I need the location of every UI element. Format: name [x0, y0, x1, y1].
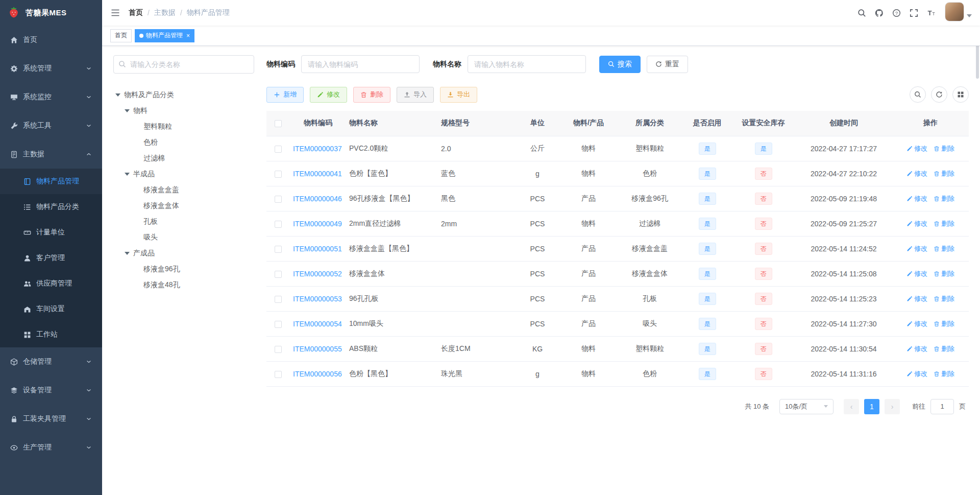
material-code-link[interactable]: ITEM00000052 — [293, 270, 342, 278]
tree-node[interactable]: 塑料颗粒 — [113, 119, 254, 134]
user-menu[interactable] — [945, 2, 972, 23]
row-checkbox[interactable] — [275, 271, 282, 278]
export-button[interactable]: 导出 — [440, 87, 477, 103]
row-delete-button[interactable]: 删除 — [934, 319, 954, 328]
sidebar-item-system-admin[interactable]: 系统管理 — [0, 54, 102, 83]
sidebar-item-production-mgmt[interactable]: 生产管理 — [0, 433, 102, 462]
sidebar-item-master-data[interactable]: 主数据 — [0, 140, 102, 169]
sidebar-item-system-monitor[interactable]: 系统监控 — [0, 83, 102, 111]
page-size-select[interactable]: 10条/页 — [779, 399, 834, 414]
row-edit-button[interactable]: 修改 — [906, 369, 927, 379]
tree-node[interactable]: 过滤棉 — [113, 150, 254, 166]
sidebar-item-fixture-mgmt[interactable]: 工装夹具管理 — [0, 405, 102, 433]
caret-down-icon[interactable] — [125, 173, 130, 178]
select-all-checkbox[interactable] — [275, 120, 282, 127]
material-code-link[interactable]: ITEM00000055 — [293, 345, 342, 353]
toggle-search-icon[interactable] — [910, 86, 926, 103]
prev-page-button[interactable]: ‹ — [844, 399, 859, 414]
row-checkbox[interactable] — [275, 146, 282, 153]
material-code-link[interactable]: ITEM00000049 — [293, 220, 342, 228]
row-delete-button[interactable]: 删除 — [934, 344, 954, 353]
row-checkbox[interactable] — [275, 346, 282, 353]
material-code-link[interactable]: ITEM00000054 — [293, 320, 342, 328]
avatar[interactable] — [945, 2, 964, 21]
category-search-input[interactable] — [113, 55, 254, 74]
sidebar-toggle-icon[interactable] — [110, 8, 120, 18]
refresh-icon[interactable] — [931, 86, 947, 103]
material-code-link[interactable]: ITEM00000037 — [293, 145, 342, 153]
material-name-input[interactable] — [468, 55, 586, 73]
caret-down-icon[interactable] — [115, 93, 120, 99]
close-icon[interactable]: × — [186, 33, 190, 39]
sidebar-item-customer-mgmt[interactable]: 客户管理 — [0, 245, 102, 271]
tree-node[interactable]: 产成品 — [113, 245, 254, 261]
search-icon[interactable] — [853, 0, 870, 26]
fullscreen-icon[interactable] — [905, 0, 922, 26]
row-delete-button[interactable]: 删除 — [934, 144, 954, 153]
row-delete-button[interactable]: 删除 — [934, 219, 954, 228]
row-checkbox[interactable] — [275, 321, 282, 328]
material-code-link[interactable]: ITEM00000046 — [293, 195, 342, 203]
github-icon[interactable] — [870, 0, 888, 26]
tree-node[interactable]: 移液盒盒盖 — [113, 182, 254, 198]
sidebar-item-home[interactable]: 首页 — [0, 26, 102, 54]
tree-node[interactable]: 物料 — [113, 103, 254, 119]
row-delete-button[interactable]: 删除 — [934, 194, 954, 203]
row-edit-button[interactable]: 修改 — [906, 344, 927, 353]
material-code-link[interactable]: ITEM00000053 — [293, 295, 342, 303]
edit-button[interactable]: 修改 — [310, 87, 347, 103]
app-logo[interactable]: 苦糖果MES — [0, 0, 102, 26]
row-checkbox[interactable] — [275, 221, 282, 228]
tag-home[interactable]: 首页 — [110, 29, 132, 42]
reset-button[interactable]: 重置 — [647, 56, 688, 73]
row-delete-button[interactable]: 删除 — [934, 269, 954, 278]
row-edit-button[interactable]: 修改 — [906, 244, 927, 253]
tree-node[interactable]: 物料及产品分类 — [113, 87, 254, 103]
sidebar-item-supplier-mgmt[interactable]: 供应商管理 — [0, 271, 102, 296]
material-code-link[interactable]: ITEM00000041 — [293, 170, 342, 178]
tree-node[interactable]: 半成品 — [113, 166, 254, 182]
tree-node[interactable]: 色粉 — [113, 134, 254, 150]
caret-down-icon[interactable] — [125, 109, 130, 115]
sidebar-item-workshop-settings[interactable]: 车间设置 — [0, 296, 102, 322]
breadcrumb-item[interactable]: 首页 — [129, 8, 143, 17]
material-code-link[interactable]: ITEM00000056 — [293, 370, 342, 378]
search-button[interactable]: 搜索 — [599, 56, 641, 73]
sidebar-item-warehouse-mgmt[interactable]: 仓储管理 — [0, 347, 102, 376]
row-edit-button[interactable]: 修改 — [906, 269, 927, 278]
sidebar-item-system-tools[interactable]: 系统工具 — [0, 111, 102, 140]
row-delete-button[interactable]: 删除 — [934, 244, 954, 253]
add-button[interactable]: 新增 — [266, 87, 304, 103]
row-delete-button[interactable]: 删除 — [934, 169, 954, 178]
material-code-input[interactable] — [301, 55, 420, 73]
row-checkbox[interactable] — [275, 196, 282, 203]
row-checkbox[interactable] — [275, 371, 282, 378]
row-delete-button[interactable]: 删除 — [934, 369, 954, 379]
caret-down-icon[interactable] — [125, 252, 130, 257]
tree-node[interactable]: 孔板 — [113, 214, 254, 229]
tree-node[interactable]: 移液盒盒体 — [113, 198, 254, 214]
column-settings-icon[interactable] — [952, 86, 969, 103]
row-checkbox[interactable] — [275, 296, 282, 303]
row-edit-button[interactable]: 修改 — [906, 144, 927, 153]
tree-node[interactable]: 移液盒48孔 — [113, 277, 254, 293]
sidebar-item-measure-unit[interactable]: 计量单位 — [0, 220, 102, 245]
tree-node[interactable]: 移液盒96孔 — [113, 261, 254, 277]
tag-material-product-mgmt[interactable]: 物料产品管理× — [135, 29, 194, 42]
page-number-button[interactable]: 1 — [864, 399, 879, 414]
row-checkbox[interactable] — [275, 171, 282, 178]
row-delete-button[interactable]: 删除 — [934, 294, 954, 303]
help-icon[interactable]: ? — [888, 0, 905, 26]
sidebar-item-workstation[interactable]: 工作站 — [0, 322, 102, 347]
row-checkbox[interactable] — [275, 246, 282, 253]
row-edit-button[interactable]: 修改 — [906, 194, 927, 203]
sidebar-item-material-product-category[interactable]: 物料产品分类 — [0, 194, 102, 220]
import-button[interactable]: 导入 — [397, 87, 434, 103]
goto-page-input[interactable] — [930, 399, 954, 414]
row-edit-button[interactable]: 修改 — [906, 219, 927, 228]
row-edit-button[interactable]: 修改 — [906, 294, 927, 303]
row-edit-button[interactable]: 修改 — [906, 169, 927, 178]
material-code-link[interactable]: ITEM00000051 — [293, 245, 342, 253]
sidebar-item-material-product-mgmt[interactable]: 物料产品管理 — [0, 169, 102, 194]
delete-button[interactable]: 删除 — [353, 87, 390, 103]
